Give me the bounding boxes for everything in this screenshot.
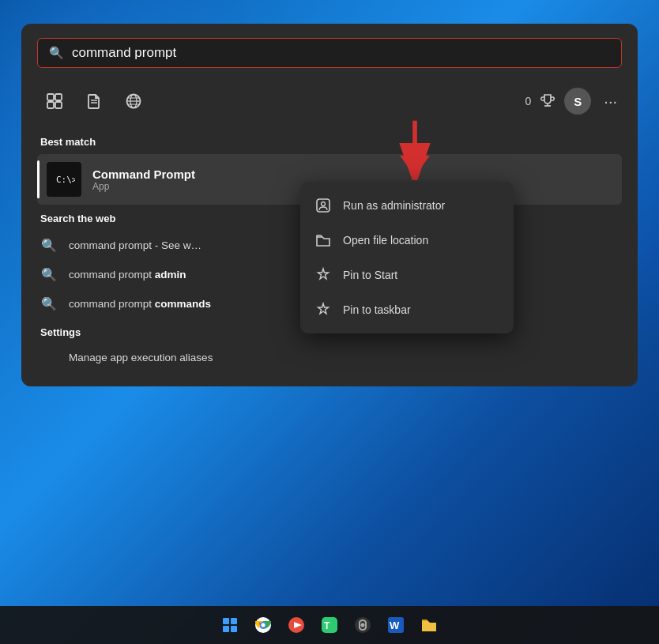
svg-rect-3 [55, 102, 62, 108]
search-result-icon-3: 🔍 [40, 296, 58, 311]
teams-icon[interactable]: T [315, 611, 344, 639]
settings-result-1[interactable]: Manage app execution aliases [37, 345, 622, 371]
word-icon[interactable]: W [382, 611, 410, 639]
start-button[interactable] [216, 611, 244, 639]
web-result-text-1: command prompt - See w… [69, 239, 201, 251]
web-tab-icon[interactable] [116, 84, 151, 119]
selected-accent [37, 160, 40, 198]
open-file-location-icon [314, 232, 332, 249]
svg-rect-23 [231, 626, 237, 632]
svg-rect-2 [47, 102, 54, 108]
context-menu: Run as administrator Open file location … [300, 182, 514, 333]
category-row: 0 S ··· [37, 81, 622, 128]
search-result-icon-2: 🔍 [40, 267, 58, 282]
web-result-text-3: command prompt commands [69, 298, 211, 310]
pin-to-start-icon [314, 266, 332, 284]
badge-count: 0 [525, 95, 532, 107]
search-icon: 🔍 [49, 46, 64, 60]
svg-point-33 [361, 623, 365, 627]
svg-text:T: T [324, 620, 330, 631]
settings-result-text-1: Manage app execution aliases [69, 352, 213, 363]
svg-text:W: W [390, 620, 400, 631]
app-name: Command Prompt [92, 168, 195, 181]
run-as-admin-label: Run as administrator [343, 199, 445, 212]
svg-point-19 [322, 202, 326, 206]
svg-rect-0 [47, 94, 54, 100]
svg-text:C:\>_: C:\>_ [56, 175, 75, 185]
svg-rect-20 [223, 618, 229, 624]
youtube-icon[interactable] [282, 611, 311, 639]
pin-to-taskbar-icon [314, 301, 332, 318]
svg-point-27 [262, 623, 265, 627]
open-file-location-label: Open file location [343, 234, 428, 247]
context-open-file-location[interactable]: Open file location [300, 223, 514, 258]
cmd-app-icon: C:\>_ [47, 162, 81, 197]
svg-rect-21 [231, 618, 237, 624]
search-input-value[interactable]: command prompt [72, 45, 610, 61]
user-avatar[interactable]: S [564, 88, 591, 115]
trophy-icon [539, 92, 556, 110]
app-info: Command Prompt App [92, 168, 195, 192]
app-type: App [92, 181, 195, 192]
context-run-as-admin[interactable]: Run as administrator [300, 188, 514, 223]
search-result-icon-1: 🔍 [40, 238, 58, 253]
context-pin-to-taskbar[interactable]: Pin to taskbar [300, 292, 514, 327]
search-bar[interactable]: 🔍 command prompt [37, 38, 622, 68]
run-as-admin-icon [314, 197, 332, 214]
taskbar: T W [0, 606, 659, 644]
more-options-button[interactable]: ··· [599, 89, 622, 114]
pin-to-taskbar-label: Pin to taskbar [343, 303, 411, 316]
web-result-text-2: command prompt admin [69, 269, 186, 281]
file-explorer-icon[interactable] [415, 611, 443, 639]
apps-tab-icon[interactable] [37, 84, 72, 119]
context-pin-to-start[interactable]: Pin to Start [300, 258, 514, 292]
svg-rect-22 [223, 626, 229, 632]
chrome-icon[interactable] [249, 611, 277, 639]
svg-rect-1 [55, 94, 62, 100]
best-match-label: Best match [37, 136, 622, 148]
documents-tab-icon[interactable] [77, 84, 111, 119]
pin-to-start-label: Pin to Start [343, 269, 397, 281]
recycle-icon[interactable] [348, 611, 377, 639]
